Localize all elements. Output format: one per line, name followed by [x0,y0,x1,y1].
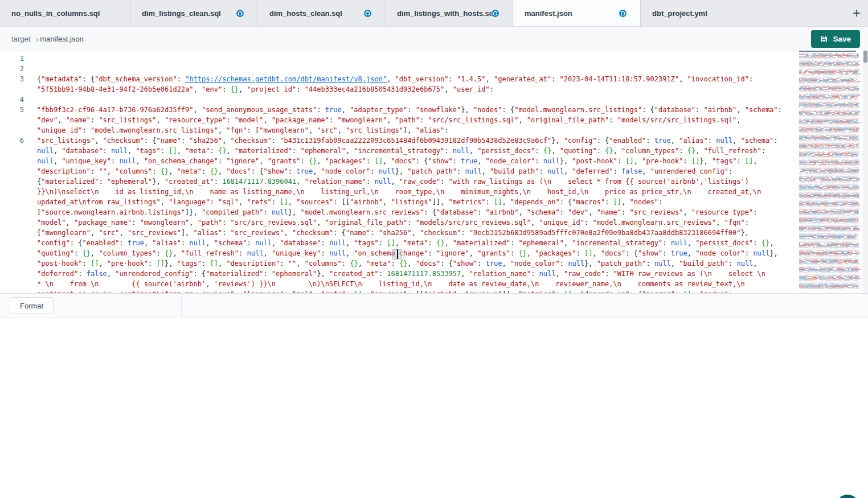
line-content: "fbb9f3c2-cf96-4a17-b736-976a62d35ff9", … [37,105,789,135]
new-tab-plus-icon[interactable]: + [849,5,865,20]
unsaved-changes-dot-icon [492,10,499,17]
line-number: 5 [0,105,24,135]
code-line[interactable]: 3{"metadata": {"dbt_schema_version": "ht… [0,74,797,94]
line-content: "src_listings", "checksum": {"name": "sh… [37,135,789,293]
tab-label: dim_hosts_clean.sql [269,9,342,18]
save-button-label: Save [833,35,851,43]
line-content [37,53,789,64]
line-number: 3 [0,74,24,94]
breadcrumb-chevron-icon: › [36,35,39,43]
breadcrumb-folder: target [11,35,30,43]
minimap-canvas [797,50,862,291]
line-number: 6 [0,135,24,293]
line-content: {"metadata": {"dbt_schema_version": "htt… [37,74,789,94]
breadcrumb-file: manifest.json [40,35,84,43]
tab-manifest-json[interactable]: manifest.json [513,0,641,26]
line-content [37,64,789,74]
tab-label: manifest.json [525,9,572,18]
tab-label: dbt_project.yml [652,9,707,18]
save-button[interactable]: Save [811,30,860,48]
tab-label: dim_listings_clean.sql [142,9,221,18]
code-line[interactable]: 5"fbb9f3c2-cf96-4a17-b736-976a62d35ff9",… [0,105,797,135]
format-button[interactable]: Format [10,297,54,314]
unsaved-changes-dot-icon [236,10,244,17]
panel-divider [181,294,182,317]
tab-no_nulls_in_columns-sql[interactable]: no_nulls_in_columns.sql [0,0,130,26]
bottom-panel: Format [0,293,868,317]
floppy-disk-icon [820,35,828,43]
tab-strip: no_nulls_in_columns.sqldim_listings_clea… [0,0,868,27]
text-caret [397,249,398,259]
unsaved-changes-dot-icon [364,10,371,17]
unsaved-changes-dot-icon [619,10,627,17]
scrollbar-thumb[interactable] [863,51,867,63]
breadcrumb-bar: target › manifest.json Save [0,27,868,51]
code-line[interactable]: 1 [0,53,797,64]
code-line[interactable]: 4 [0,94,797,105]
results-panel-empty [0,317,868,498]
tab-dim_listings_clean-sql[interactable]: dim_listings_clean.sql [130,0,258,26]
code-line[interactable]: 2 [0,64,797,74]
line-content [37,94,789,105]
minimap[interactable] [797,50,863,293]
tab-dim_hosts_clean-sql[interactable]: dim_hosts_clean.sql [258,0,386,26]
line-number: 4 [0,94,24,105]
code-line[interactable]: 6"src_listings", "checksum": {"name": "s… [0,135,797,293]
tab-label: dim_listings_with_hosts.sql [397,9,492,18]
tab-dim_listings_with_hosts-sql[interactable]: dim_listings_with_hosts.sql [386,0,513,26]
vertical-scrollbar[interactable] [863,50,868,293]
tab-label: no_nulls_in_columns.sql [11,9,100,18]
tab-dbt_project-yml[interactable]: dbt_project.yml [641,0,768,26]
line-number: 1 [0,53,24,64]
line-number: 2 [0,64,24,74]
